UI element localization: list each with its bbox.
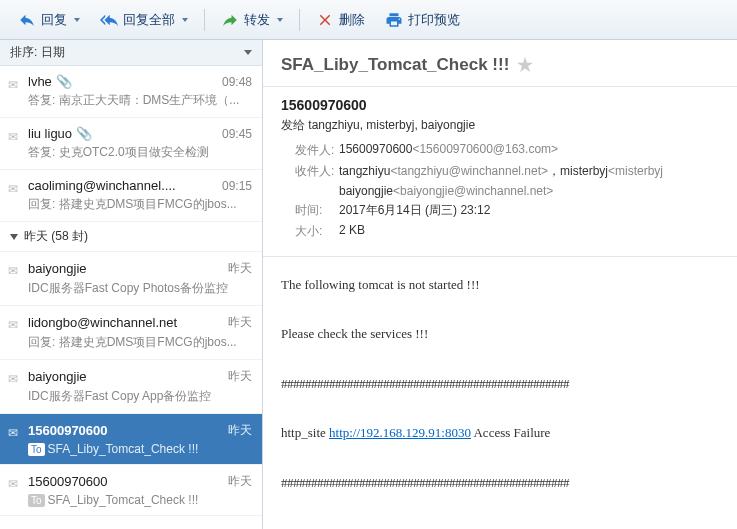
reply-all-icon bbox=[100, 11, 118, 29]
message-subject: 回复: 搭建史克DMS项目FMCG的jbos... bbox=[28, 334, 252, 351]
to-badge: To bbox=[28, 443, 45, 456]
body-link[interactable]: http://192.168.129.91:8030 bbox=[329, 425, 471, 440]
envelope-icon: ✉ bbox=[8, 318, 18, 332]
toolbar: 回复 回复全部 转发 删除 打印预览 bbox=[0, 0, 737, 40]
chevron-down-icon bbox=[182, 18, 188, 22]
print-label: 打印预览 bbox=[408, 11, 460, 29]
message-time: 昨天 bbox=[228, 473, 252, 490]
forward-button[interactable]: 转发 bbox=[213, 7, 291, 33]
message-title: SFA_Liby_Tomcat_Check !!! ★ bbox=[281, 54, 719, 76]
meta-sender: 15600970600 bbox=[281, 97, 719, 113]
message-from: 15600970600 bbox=[28, 423, 108, 438]
meta-to-value2: baiyongjie<baiyongjie@winchannel.net> bbox=[339, 184, 553, 198]
message-item[interactable]: ✉ caoliming@winchannel.... 09:15 回复: 搭建史… bbox=[0, 170, 262, 222]
forward-icon bbox=[221, 11, 239, 29]
separator bbox=[204, 9, 205, 31]
sort-arrow-icon bbox=[244, 50, 252, 55]
message-from: baiyongjie bbox=[28, 261, 87, 276]
reply-icon bbox=[18, 11, 36, 29]
message-item[interactable]: ✉ baiyongjie 昨天 IDC服务器Fast Copy Photos备份… bbox=[0, 252, 262, 306]
meta-time-value: 2017年6月14日 (周三) 23:12 bbox=[339, 202, 490, 219]
body-line: http_site http://192.168.129.91:8030 Acc… bbox=[281, 421, 719, 446]
envelope-icon: ✉ bbox=[8, 182, 18, 196]
message-time: 昨天 bbox=[228, 314, 252, 331]
message-item[interactable]: ✉ lidongbo@winchannel.net 昨天 回复: 搭建史克DMS… bbox=[0, 306, 262, 360]
message-from: lidongbo@winchannel.net bbox=[28, 315, 177, 330]
message-time: 昨天 bbox=[228, 260, 252, 277]
message-from: liu liguo📎 bbox=[28, 126, 92, 141]
group-header-yesterday[interactable]: 昨天 (58 封) bbox=[0, 222, 262, 252]
message-item[interactable]: ✉ lvhe📎 09:48 答复: 南京正大天晴：DMS生产环境（... bbox=[0, 66, 262, 118]
meta-to-row2: baiyongjie<baiyongjie@winchannel.net> bbox=[281, 184, 719, 198]
reply-all-button[interactable]: 回复全部 bbox=[92, 7, 196, 33]
message-item[interactable]: ✉ 15600970600 昨天 ToSFA_Liby_Tomcat_Check… bbox=[0, 414, 262, 465]
envelope-icon: ✉ bbox=[8, 130, 18, 144]
message-from: 15600970600 bbox=[28, 474, 108, 489]
to-badge: To bbox=[28, 494, 45, 507]
meta-from-label: 发件人: bbox=[295, 142, 339, 159]
meta-from-value: 15600970600<15600970600@163.com> bbox=[339, 142, 558, 159]
forward-label: 转发 bbox=[244, 11, 270, 29]
reply-label: 回复 bbox=[41, 11, 67, 29]
reply-button[interactable]: 回复 bbox=[10, 7, 88, 33]
attachment-icon: 📎 bbox=[56, 74, 72, 89]
meta-to-row: 收件人: tangzhiyu<tangzhiyu@winchannel.net>… bbox=[281, 163, 719, 180]
message-detail-pane: SFA_Liby_Tomcat_Check !!! ★ 15600970600 … bbox=[263, 40, 737, 529]
body-divider: ########################################… bbox=[281, 372, 719, 397]
message-time: 09:15 bbox=[222, 179, 252, 193]
message-header: SFA_Liby_Tomcat_Check !!! ★ bbox=[263, 40, 737, 87]
sort-header[interactable]: 排序: 日期 bbox=[0, 40, 262, 66]
envelope-icon: ✉ bbox=[8, 78, 18, 92]
message-list[interactable]: ✉ lvhe📎 09:48 答复: 南京正大天晴：DMS生产环境（... ✉ l… bbox=[0, 66, 262, 529]
reply-all-label: 回复全部 bbox=[123, 11, 175, 29]
message-list-pane: 排序: 日期 ✉ lvhe📎 09:48 答复: 南京正大天晴：DMS生产环境（… bbox=[0, 40, 263, 529]
meta-to-value: tangzhiyu<tangzhiyu@winchannel.net>，mist… bbox=[339, 163, 663, 180]
message-item[interactable]: ✉ baiyongjie 昨天 IDC服务器Fast Copy App备份监控 bbox=[0, 360, 262, 414]
envelope-icon: ✉ bbox=[8, 264, 18, 278]
envelope-icon: ✉ bbox=[8, 372, 18, 386]
delete-button[interactable]: 删除 bbox=[308, 7, 373, 33]
star-icon[interactable]: ★ bbox=[517, 54, 533, 76]
message-item[interactable]: ✉ 15600970600 昨天 ToSFA_Liby_Tomcat_Check… bbox=[0, 465, 262, 516]
print-button[interactable]: 打印预览 bbox=[377, 7, 468, 33]
message-subject: 答复: 南京正大天晴：DMS生产环境（... bbox=[28, 92, 252, 109]
message-subject: ToSFA_Liby_Tomcat_Check !!! bbox=[28, 493, 252, 507]
message-subject: IDC服务器Fast Copy App备份监控 bbox=[28, 388, 252, 405]
body-line: The following tomcat is not started !!! bbox=[281, 273, 719, 298]
message-from: caoliming@winchannel.... bbox=[28, 178, 176, 193]
meta-time-label: 时间: bbox=[295, 202, 339, 219]
message-item[interactable]: ✉ liu liguo📎 09:45 答复: 史克OTC2.0项目做安全检测 bbox=[0, 118, 262, 170]
group-label: 昨天 (58 封) bbox=[24, 228, 88, 245]
message-subject: IDC服务器Fast Copy Photos备份监控 bbox=[28, 280, 252, 297]
delete-label: 删除 bbox=[339, 11, 365, 29]
separator bbox=[299, 9, 300, 31]
meta-from-row: 发件人: 15600970600<15600970600@163.com> bbox=[281, 142, 719, 159]
message-from: baiyongjie bbox=[28, 369, 87, 384]
envelope-icon: ✉ bbox=[8, 477, 18, 491]
sort-label: 排序: 日期 bbox=[10, 44, 65, 61]
meta-to-label: 收件人: bbox=[295, 163, 339, 180]
message-from: lvhe📎 bbox=[28, 74, 72, 89]
chevron-down-icon bbox=[277, 18, 283, 22]
body-divider: ########################################… bbox=[281, 471, 719, 496]
message-time: 昨天 bbox=[228, 422, 252, 439]
envelope-icon: ✉ bbox=[8, 426, 18, 440]
main-area: 排序: 日期 ✉ lvhe📎 09:48 答复: 南京正大天晴：DMS生产环境（… bbox=[0, 40, 737, 529]
chevron-down-icon bbox=[74, 18, 80, 22]
print-icon bbox=[385, 11, 403, 29]
delete-icon bbox=[316, 11, 334, 29]
meta-size-value: 2 KB bbox=[339, 223, 365, 240]
meta-size-row: 大小: 2 KB bbox=[281, 223, 719, 240]
message-subject: 回复: 搭建史克DMS项目FMCG的jbos... bbox=[28, 196, 252, 213]
message-time: 09:48 bbox=[222, 75, 252, 89]
meta-recipients-summary: 发给 tangzhiyu, misterbyj, baiyongjie bbox=[281, 117, 719, 134]
meta-time-row: 时间: 2017年6月14日 (周三) 23:12 bbox=[281, 202, 719, 219]
message-meta: 15600970600 发给 tangzhiyu, misterbyj, bai… bbox=[263, 87, 737, 257]
message-time: 09:45 bbox=[222, 127, 252, 141]
expand-icon bbox=[10, 234, 18, 240]
meta-size-label: 大小: bbox=[295, 223, 339, 240]
message-time: 昨天 bbox=[228, 368, 252, 385]
attachment-icon: 📎 bbox=[76, 126, 92, 141]
message-subject: ToSFA_Liby_Tomcat_Check !!! bbox=[28, 442, 252, 456]
body-line: Please check the services !!! bbox=[281, 322, 719, 347]
